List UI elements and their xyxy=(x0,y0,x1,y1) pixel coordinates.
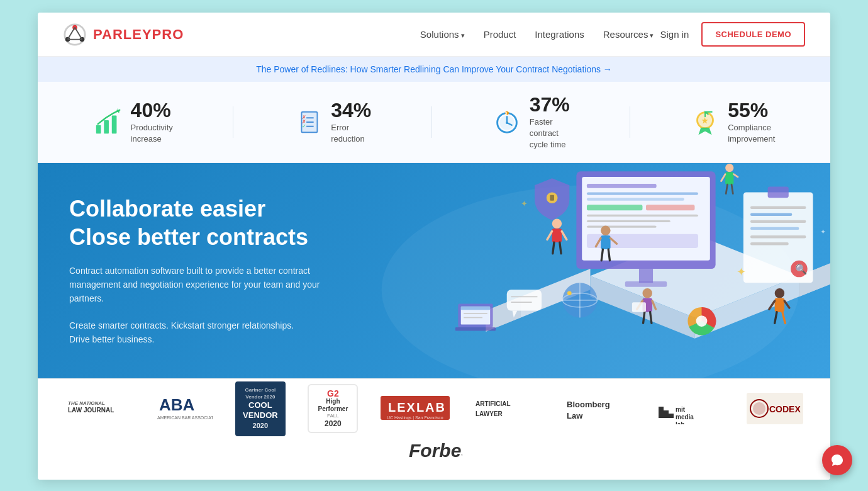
hero-tagline: Create smarter contracts. Kickstart stro… xyxy=(69,319,340,347)
svg-text:✦: ✦ xyxy=(820,227,826,235)
svg-rect-94 xyxy=(632,302,646,312)
svg-text:✓: ✓ xyxy=(303,123,307,128)
stat-error-number: 34% Error reduction xyxy=(331,99,371,145)
svg-text:Bloomberg: Bloomberg xyxy=(567,400,610,409)
logo[interactable]: PARLEYPRO xyxy=(63,23,184,47)
svg-rect-62 xyxy=(750,242,789,245)
hero-description: Contract automation software built to pr… xyxy=(69,264,340,306)
signin-link[interactable]: Sign in xyxy=(660,29,689,40)
svg-point-87 xyxy=(567,291,572,295)
partner-g2: G2 High Performer FALL 2020 xyxy=(303,392,363,426)
svg-rect-47 xyxy=(587,214,698,216)
hero-title: Collaborate easier Close better contract… xyxy=(69,195,340,251)
forbes-logo: Forbes xyxy=(406,436,462,464)
partner-artificial-lawyer: ARTIFICIAL LAWYER xyxy=(467,392,547,426)
svg-line-80 xyxy=(733,174,738,176)
partner-national-law-journal: THE NATIONAL LAW JOURNAL xyxy=(60,392,139,426)
stat-productivity-number: 40% Productivity increase xyxy=(131,99,173,145)
hero-section: Collaborate easier Close better contract… xyxy=(38,163,830,378)
nav-solutions[interactable]: Solutions xyxy=(420,29,465,40)
stat-compliance: ★ 55% Compliance improvement xyxy=(690,99,775,145)
bloomberg-logo: Bloomberg Law xyxy=(564,395,633,423)
stat-divider-1 xyxy=(233,106,233,138)
svg-rect-44 xyxy=(587,198,684,200)
svg-rect-43 xyxy=(587,192,698,195)
stat-speed: $ 37% Faster contract cycle time xyxy=(492,93,570,151)
svg-text:mit: mit xyxy=(676,406,686,413)
svg-line-70 xyxy=(560,242,561,254)
svg-text:THE NATIONAL: THE NATIONAL xyxy=(68,400,105,406)
svg-rect-66 xyxy=(552,228,562,242)
svg-rect-52 xyxy=(625,281,667,287)
nav-product[interactable]: Product xyxy=(484,29,516,40)
announcement-link[interactable]: The Power of Redlines: How Smarter Redli… xyxy=(256,64,612,74)
svg-line-76 xyxy=(608,249,609,261)
svg-rect-45 xyxy=(587,205,643,210)
stat-speed-number: 37% Faster contract cycle time xyxy=(530,93,570,151)
svg-text:CODEX: CODEX xyxy=(769,404,801,414)
svg-point-65 xyxy=(552,218,562,228)
partners-bar: THE NATIONAL LAW JOURNAL ABA AMERICAN BA… xyxy=(38,378,830,480)
schedule-demo-button[interactable]: SCHEDULE DEMO xyxy=(701,22,805,47)
svg-rect-78 xyxy=(725,172,733,184)
national-law-journal-logo: THE NATIONAL LAW JOURNAL xyxy=(65,395,134,423)
codex-logo: CODEX xyxy=(747,393,803,424)
chat-icon xyxy=(830,453,844,467)
nav-links: Solutions Product Integrations Resources xyxy=(420,29,654,40)
svg-rect-49 xyxy=(587,225,657,227)
svg-point-24 xyxy=(506,121,508,124)
announcement-banner: The Power of Redlines: How Smarter Redli… xyxy=(38,57,830,82)
svg-rect-9 xyxy=(111,115,116,133)
svg-text:✦: ✦ xyxy=(737,266,746,278)
svg-line-92 xyxy=(643,312,645,323)
svg-rect-60 xyxy=(750,227,799,229)
checklist-icon: ✗ ✗ ✓ xyxy=(293,107,323,137)
lexlab-logo: LEXLAB UC Hastings | San Francisco xyxy=(381,393,450,424)
svg-text:media: media xyxy=(676,414,694,420)
svg-point-112 xyxy=(696,315,708,327)
mit-logo: mit media lab xyxy=(655,393,725,424)
stat-divider-2 xyxy=(431,106,432,138)
svg-rect-48 xyxy=(587,220,670,222)
svg-text:LEXLAB: LEXLAB xyxy=(388,400,446,414)
svg-rect-42 xyxy=(587,184,657,188)
svg-line-4 xyxy=(75,27,82,39)
svg-line-93 xyxy=(650,312,652,323)
svg-rect-54 xyxy=(550,195,554,200)
partner-bloomberg: Bloomberg Law xyxy=(559,392,638,426)
svg-point-136 xyxy=(753,402,765,415)
nav-integrations[interactable]: Integrations xyxy=(535,29,584,40)
stat-compliance-number: 55% Compliance improvement xyxy=(728,99,775,145)
svg-text:ARTIFICIAL: ARTIFICIAL xyxy=(476,400,511,407)
partner-lexlab: LEXLAB UC Hastings | San Francisco xyxy=(376,392,455,426)
stat-error: ✗ ✗ ✓ 34% Error reduction xyxy=(293,99,371,145)
stats-bar: ↑ 40% Productivity increase ✗ ✗ ✓ 34% xyxy=(38,82,830,163)
navbar: PARLEYPRO Solutions Product Integrations… xyxy=(38,13,830,57)
svg-line-5 xyxy=(68,27,75,39)
svg-rect-106 xyxy=(455,327,496,331)
logo-icon xyxy=(63,23,87,47)
g2-badge: G2 High Performer FALL 2020 xyxy=(308,384,358,434)
svg-text:UC Hastings | San Francisco: UC Hastings | San Francisco xyxy=(387,415,443,420)
svg-rect-51 xyxy=(639,269,653,283)
svg-text:ABA: ABA xyxy=(159,395,195,414)
chat-bubble[interactable] xyxy=(822,445,852,475)
svg-rect-96 xyxy=(775,298,784,312)
clock-icon: $ xyxy=(492,107,522,137)
logo-text: PARLEYPRO xyxy=(93,26,184,43)
svg-text:Forbes: Forbes xyxy=(409,440,462,461)
svg-text:↑: ↑ xyxy=(116,107,118,113)
svg-line-69 xyxy=(553,242,554,254)
svg-point-77 xyxy=(725,164,733,172)
nav-resources[interactable]: Resources xyxy=(603,29,654,40)
svg-rect-57 xyxy=(750,206,806,208)
svg-line-81 xyxy=(726,184,727,193)
svg-rect-46 xyxy=(646,205,694,210)
svg-text:AMERICAN BAR ASSOCIATION: AMERICAN BAR ASSOCIATION xyxy=(157,415,213,420)
partner-aba: ABA AMERICAN BAR ASSOCIATION xyxy=(151,392,218,426)
gartner-badge: Gartner Cool Vendor 2020 COOL VENDOR 202… xyxy=(235,381,286,436)
svg-rect-7 xyxy=(96,125,101,133)
svg-text:✦: ✦ xyxy=(521,198,528,208)
svg-line-82 xyxy=(732,184,733,193)
stat-divider-3 xyxy=(630,106,630,138)
